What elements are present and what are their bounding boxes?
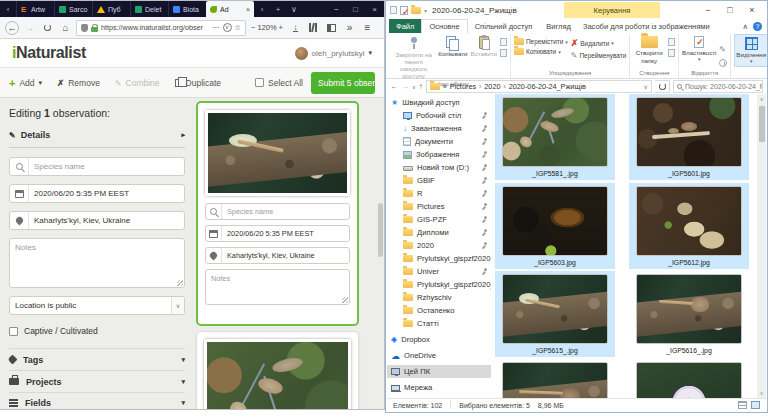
nav-quick-access[interactable]: Швидкий доступ [387, 96, 491, 109]
copy-to-button[interactable]: Копіювати ▾ [514, 48, 568, 55]
crumb-current[interactable]: 2020-06-20-24_Ржищів [509, 82, 586, 91]
nav-folder-ostapenko[interactable]: Остапенко [387, 304, 491, 317]
reload-button[interactable] [40, 20, 55, 35]
scroll-up-icon[interactable]: ∧ [760, 96, 764, 102]
file-tile[interactable]: _IGP5581_.jpg [495, 94, 615, 180]
copy-path-icon[interactable] [500, 49, 507, 57]
tab-scroll-left-icon[interactable]: ‹ [0, 5, 16, 14]
remove-button[interactable]: ✗ Remove [57, 78, 100, 88]
file-tile[interactable] [495, 359, 615, 398]
qat-folder-icon[interactable] [390, 6, 397, 14]
overflow-menu-button[interactable]: » [342, 20, 357, 35]
tags-section[interactable]: Tags ▾ [9, 348, 185, 370]
browser-tab-active[interactable]: Ad × [206, 1, 254, 17]
card-notes-field[interactable]: Notes [205, 269, 350, 305]
copy-button[interactable]: Копіювати [438, 34, 467, 57]
up-button[interactable]: ↑ [419, 82, 423, 91]
recent-locations-icon[interactable]: ∨ [412, 84, 416, 90]
history-icon[interactable] [719, 59, 727, 67]
date-field[interactable]: 2020/06/20 5:35 PM EEST [9, 184, 185, 203]
file-scrollbar[interactable]: ∧ ∨ [757, 94, 766, 398]
delete-button[interactable]: Видалити ▾ [571, 38, 626, 48]
pocket-icon[interactable]: ∨ [223, 23, 232, 32]
browser-tab-1[interactable]: Artw [16, 1, 54, 17]
browser-tab-5[interactable]: Biota [168, 1, 206, 17]
new-folder-button[interactable]: Створити папку [633, 34, 665, 64]
edit-icon[interactable] [719, 38, 727, 56]
qat-customize-icon[interactable]: ▾ [424, 7, 427, 14]
nav-folder-rzhyschiv[interactable]: Rzhyschiv [387, 291, 491, 304]
pin-to-quick-access-button[interactable]: Закріпити на панелі швидкого доступу [392, 34, 435, 80]
url-bar[interactable]: https://www.inaturalist.org/obser ⋯ ∨ ☆ [76, 20, 246, 36]
nav-this-pc[interactable]: Цей ПК [387, 365, 491, 378]
rename-button[interactable]: Перейменувати [571, 51, 626, 60]
nav-folder-univer[interactable]: Univer [387, 265, 491, 278]
help-icon[interactable]: ? [753, 22, 762, 31]
file-tile[interactable]: _IGP5601.jpg [629, 94, 749, 180]
nav-folder-statti[interactable]: Статті [387, 317, 491, 330]
card-date-field[interactable]: 2020/06/20 5:35 PM EEST [205, 225, 350, 242]
properties-button[interactable]: Властивості ▾ [682, 34, 716, 63]
nav-documents[interactable]: Документи [387, 135, 491, 148]
observation-card[interactable] [196, 331, 359, 410]
tab-file[interactable]: Файл [389, 19, 421, 33]
browser-tab-2[interactable]: Sarco [54, 1, 92, 17]
nav-network[interactable]: Мережа [387, 381, 491, 394]
collapsed-crumbs[interactable]: « [443, 82, 447, 91]
tab-view[interactable]: Вигляд [539, 19, 578, 33]
add-button[interactable]: + Add ▾ [9, 77, 42, 89]
tab-list-dropdown-icon[interactable]: ∨ [286, 5, 302, 14]
search-box[interactable]: Пошук: 2020-06-20-24_Р… [673, 80, 763, 93]
tab-scroll-right-icon[interactable]: › [254, 5, 270, 14]
zoom-out-button[interactable]: − [251, 23, 255, 32]
nav-drive-d[interactable]: Новий том (D:) [387, 161, 491, 174]
close-button[interactable]: × [741, 5, 763, 15]
move-to-button[interactable]: Перемістити ▾ [514, 38, 568, 45]
hamburger-menu-button[interactable]: ≡ [360, 20, 375, 35]
fields-section[interactable]: Fields ▾ [9, 392, 185, 410]
page-actions-icon[interactable]: ⋯ [212, 23, 219, 32]
new-tab-button[interactable]: + [270, 5, 286, 14]
tab-close-icon[interactable]: × [246, 6, 250, 13]
nav-folder-pictures[interactable]: Pictures [387, 200, 491, 213]
nav-folder-diplomy[interactable]: Дипломи [387, 226, 491, 239]
forward-button[interactable]: → [22, 20, 37, 35]
browser-tab-3[interactable]: Пуб [92, 1, 130, 17]
inaturalist-logo[interactable]: iNaturalist [12, 44, 86, 62]
nav-folder-r[interactable]: R [387, 187, 491, 200]
back-button[interactable]: ← [5, 21, 19, 35]
breadcrumb[interactable]: « Pictures › 2020 › 2020-06-20-24_Ржищів… [426, 80, 652, 93]
qat-properties-icon[interactable] [400, 6, 408, 15]
new-item-icon[interactable] [668, 38, 675, 46]
zoom-in-button[interactable]: + [279, 23, 283, 32]
close-button[interactable]: × [365, 5, 384, 14]
combine-button[interactable]: Combine [115, 78, 160, 88]
browser-tab-4[interactable]: Delet [130, 1, 168, 17]
file-tile[interactable]: _IGP5603.jpg [495, 183, 615, 269]
species-name-field[interactable]: Species name [9, 157, 185, 176]
nav-onedrive[interactable]: OneDrive [387, 349, 491, 362]
scroll-down-icon[interactable]: ∨ [760, 390, 764, 396]
downloads-button[interactable]: ↓ [288, 20, 303, 35]
file-tile[interactable]: _IGP5615_.jpg [495, 271, 615, 357]
collapse-ribbon-icon[interactable]: ∧ [743, 22, 749, 31]
nav-folder-gis-pzf[interactable]: GIS-PZF [387, 213, 491, 226]
bookmark-star-icon[interactable]: ☆ [235, 23, 241, 32]
crumb-2020[interactable]: 2020 [484, 82, 500, 91]
card-species-field[interactable]: Species name [205, 203, 350, 220]
location-field[interactable]: Kaharlyts'kyi, Kiev, Ukraine [9, 211, 185, 230]
nav-pictures-lib[interactable]: Зображення [387, 148, 491, 161]
observation-photo[interactable] [204, 339, 351, 410]
nav-folder-prylutskyi[interactable]: Prylutskyi_gispzf2020 [387, 252, 491, 265]
maximize-button[interactable]: □ [719, 5, 741, 15]
captive-checkbox-row[interactable]: Captive / Cultivated [9, 326, 185, 336]
back-button[interactable]: ← [390, 82, 398, 91]
user-menu[interactable]: oleh_prylutskyi ▾ [295, 47, 372, 60]
qat-newfolder-icon[interactable] [411, 7, 421, 14]
zoom-level[interactable]: 120% [257, 23, 276, 32]
observation-photo[interactable] [205, 110, 350, 196]
notes-field[interactable]: Notes [9, 238, 185, 288]
refresh-button[interactable] [655, 80, 670, 93]
file-tile[interactable] [629, 359, 749, 398]
nav-folder-2020[interactable]: 2020 [387, 239, 491, 252]
